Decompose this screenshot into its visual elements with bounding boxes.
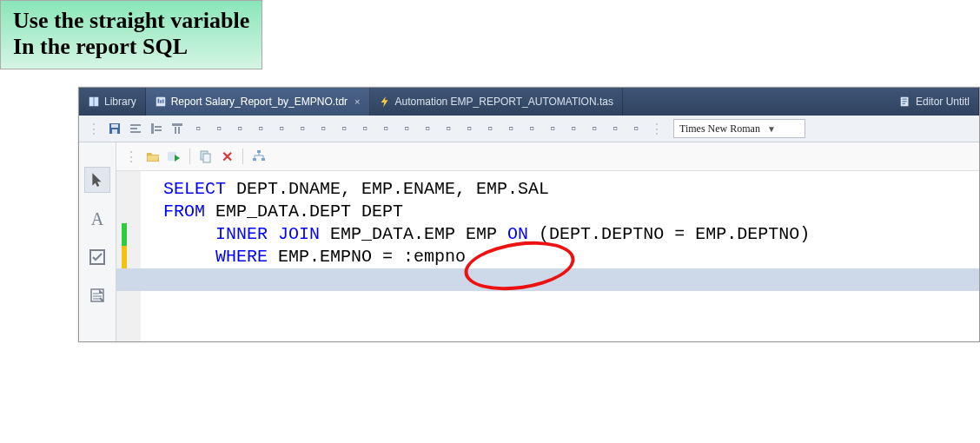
svg-rect-18 [175,127,176,134]
workspace: A ⋮ ✕ [79,142,979,341]
callout-line-2: In the report SQL [13,34,249,60]
tool-icon[interactable]: ▫ [189,119,208,138]
tool-icon[interactable]: ▫ [460,119,479,138]
tool-icon[interactable]: ▫ [439,119,458,138]
tool-icon[interactable]: ▫ [501,119,520,138]
tool-icon[interactable]: ▫ [230,119,249,138]
note-tool[interactable] [85,283,109,307]
editor-area: ⋮ ✕ [116,142,979,341]
tool-icon[interactable]: ▫ [480,119,500,138]
svg-rect-30 [262,158,265,161]
instruction-callout: Use the straight variable In the report … [0,0,262,69]
execute-icon[interactable] [165,148,182,165]
tool-icon[interactable]: ▫ [272,119,291,138]
checkbox-tool[interactable] [85,245,109,269]
book-icon [88,96,100,108]
svg-rect-6 [902,101,906,102]
schema-icon[interactable] [250,148,268,165]
tab-editor[interactable]: Editor Untitl [891,88,979,116]
svg-rect-9 [111,124,118,128]
tool-icon[interactable]: ▫ [314,119,333,138]
pointer-tool[interactable] [84,167,110,193]
tab-library-label: Library [104,96,136,108]
svg-rect-28 [257,150,261,153]
application-window: Library Report Salary_Report_by_EMPNO.td… [78,87,980,342]
svg-rect-11 [130,124,141,126]
side-toolbar: A [79,142,116,341]
tab-library[interactable]: Library [79,88,146,116]
code-line: FROM EMP_DATA.DEPT DEPT [163,201,979,223]
sql-editor[interactable]: SELECT DEPT.DNAME, EMP.ENAME, EMP.SAL FR… [116,171,979,341]
svg-rect-14 [151,123,154,134]
code-body: SELECT DEPT.DNAME, EMP.ENAME, EMP.SAL FR… [127,178,979,291]
svg-rect-29 [253,158,256,161]
chevron-down-icon: ▼ [767,124,776,134]
svg-rect-10 [112,129,117,134]
svg-rect-13 [130,131,141,133]
tool-icon[interactable]: ▫ [522,119,541,138]
tool-icon[interactable]: ▫ [251,119,270,138]
code-line: WHERE EMP.EMPNO = :empno [163,246,979,268]
tool-icon[interactable]: ▫ [376,119,395,138]
separator [242,149,243,164]
svg-rect-27 [203,154,210,162]
tool-icon[interactable]: ▫ [209,119,228,138]
svg-rect-2 [160,100,162,103]
save-icon[interactable] [105,119,124,138]
tool-icon[interactable]: ▫ [564,119,583,138]
align-left-icon[interactable] [147,119,166,138]
font-name-label: Times New Roman [679,122,760,136]
report-icon [155,96,167,108]
tab-report[interactable]: Report Salary_Report_by_EMPNO.tdr × [146,88,370,116]
grip-icon: ⋮ [122,149,141,165]
font-select[interactable]: Times New Roman ▼ [673,119,805,138]
text-tool[interactable]: A [85,207,109,231]
grip-icon: ⋮ [84,121,103,137]
svg-rect-5 [902,99,906,100]
svg-rect-12 [130,128,137,129]
editor-toolbar: ⋮ ✕ [116,142,979,171]
svg-rect-3 [162,99,163,102]
tool-icon[interactable]: ▫ [418,119,437,138]
delete-icon[interactable]: ✕ [218,148,235,165]
tool-icon[interactable]: ▫ [355,119,374,138]
svg-rect-17 [172,123,182,126]
tool-icon[interactable]: ▫ [585,119,604,138]
editor-icon [899,96,911,108]
tab-report-label: Report Salary_Report_by_EMPNO.tdr [171,96,348,108]
svg-rect-7 [902,103,905,104]
tab-editor-label: Editor Untitl [916,96,970,108]
svg-rect-15 [155,126,162,128]
open-icon[interactable] [144,148,162,165]
copy-icon[interactable] [197,148,215,165]
svg-rect-19 [178,127,180,134]
tool-icon[interactable]: ▫ [397,119,416,138]
tool-icon[interactable]: ▫ [543,119,562,138]
svg-rect-16 [155,129,162,131]
separator [189,149,190,164]
main-toolbar: ⋮ ▫ ▫ ▫ ▫ ▫ ▫ ▫ ▫ ▫ ▫ ▫ ▫ ▫ ▫ ▫ ▫ ▫ ▫ ▫ … [79,116,979,142]
align-top-icon[interactable] [168,119,187,138]
code-line: INNER JOIN EMP_DATA.EMP EMP ON (DEPT.DEP… [163,223,979,246]
align-icon[interactable] [126,119,145,138]
code-line [163,268,979,291]
tab-bar: Library Report Salary_Report_by_EMPNO.td… [79,88,979,116]
lightning-icon [379,96,391,108]
tool-icon[interactable]: ▫ [626,119,646,138]
tab-automation[interactable]: Automation EMP_REPORT_AUTOMATION.tas [370,88,623,116]
grip-icon: ⋮ [647,121,666,137]
tab-automation-label: Automation EMP_REPORT_AUTOMATION.tas [395,96,613,108]
close-icon[interactable]: × [354,96,360,107]
tool-icon[interactable]: ▫ [293,119,312,138]
svg-rect-1 [157,99,159,103]
code-line: SELECT DEPT.DNAME, EMP.ENAME, EMP.SAL [163,178,979,201]
tool-icon[interactable]: ▫ [334,119,354,138]
callout-line-1: Use the straight variable [13,8,249,34]
tool-icon[interactable]: ▫ [606,119,625,138]
